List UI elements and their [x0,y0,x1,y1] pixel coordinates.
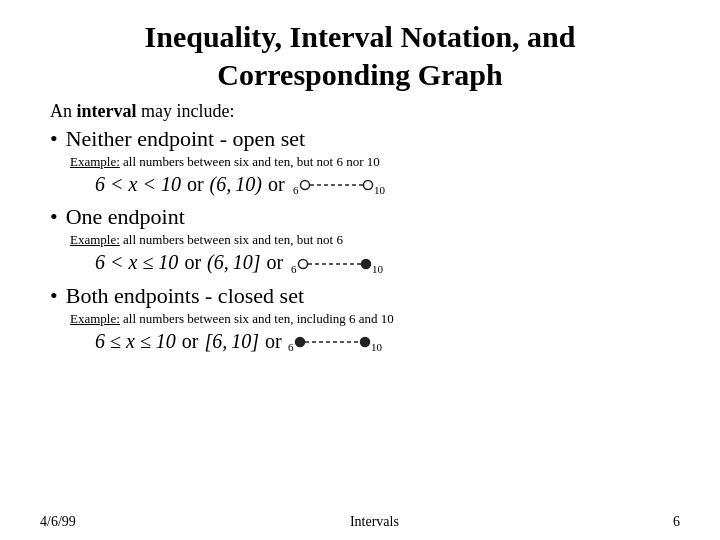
example1-text: all numbers between six and ten, but not… [120,154,380,169]
bullet1-dot: • [50,126,58,152]
footer: 4/6/99 Intervals 6 [0,514,720,530]
example1-label: Example: all numbers between six and ten… [70,154,680,170]
bullet3-dot: • [50,283,58,309]
svg-point-1 [300,181,309,190]
title-line1: Inequality, Interval Notation, and [40,18,680,56]
math1c: (6, 10) [210,173,262,196]
svg-text:6: 6 [291,263,297,275]
svg-point-11 [295,338,304,347]
svg-text:6: 6 [293,184,299,196]
math2c: or [184,251,201,274]
footer-right: 6 [673,514,680,530]
svg-point-6 [299,259,308,268]
bullet1: • Neither endpoint - open set [50,126,680,152]
footer-left: 4/6/99 [40,514,76,530]
footer-center: Intervals [350,514,399,530]
example2-label: Example: all numbers between six and ten… [70,232,680,248]
bullet3-label: Both endpoints - closed set [66,283,304,309]
intro-suffix: may include: [137,101,235,121]
svg-point-13 [360,338,369,347]
math2d: (6, 10] [207,251,260,274]
math1b: or [187,173,204,196]
svg-text:10: 10 [372,263,384,275]
math3b: or [182,330,199,353]
math2a: 6 < x ≤ 10 [95,251,178,274]
svg-point-3 [363,181,372,190]
bullet2-dot: • [50,204,58,230]
bullet2: • One endpoint [50,204,680,230]
math-line-2: 6 < x ≤ 10 or (6, 10] or 6 10 [95,250,680,274]
math1a: 6 < x < 10 [95,173,181,196]
svg-point-8 [362,259,371,268]
math2e: or [267,251,284,274]
example2-text: all numbers between six and ten, but not… [120,232,343,247]
intro-prefix: An [50,101,77,121]
math3c: [6, 10] [205,330,260,353]
svg-text:10: 10 [371,341,383,353]
numberline1: 6 10 [291,172,391,196]
example1-underline: Example: [70,154,120,169]
math-line-3: 6 ≤ x ≤ 10 or [6, 10] or 6 10 [95,329,680,353]
svg-text:10: 10 [374,184,386,196]
numberline3: 6 10 [288,329,392,353]
math-line-1: 6 < x < 10 or (6, 10) or 6 10 [95,172,680,196]
math3a: 6 ≤ x ≤ 10 [95,330,176,353]
svg-text:6: 6 [288,341,294,353]
bullet2-label: One endpoint [66,204,185,230]
intro-text: An interval may include: [50,101,680,122]
math1d: or [268,173,285,196]
title-block: Inequality, Interval Notation, and Corre… [40,18,680,93]
intro-bold: interval [77,101,137,121]
example3-label: Example: all numbers between six and ten… [70,311,680,327]
example3-text: all numbers between six and ten, includi… [120,311,394,326]
numberline2: 6 10 [289,250,389,274]
bullet1-label: Neither endpoint - open set [66,126,306,152]
title-line2: Corresponding Graph [40,56,680,94]
math3d: or [265,330,282,353]
bullet3: • Both endpoints - closed set [50,283,680,309]
